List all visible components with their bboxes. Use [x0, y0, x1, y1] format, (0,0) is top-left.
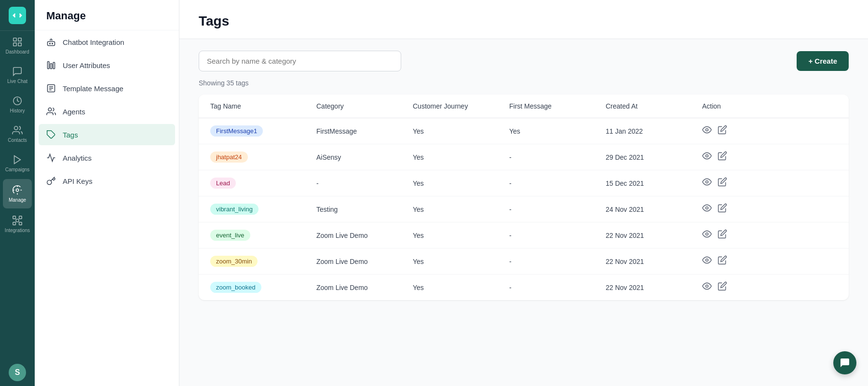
table-row: Lead - Yes - 15 Dec 2021	[199, 170, 849, 196]
view-icon[interactable]	[702, 151, 712, 163]
campaigns-label: Campaigns	[5, 167, 30, 172]
svg-rect-15	[48, 41, 55, 45]
table-row: vibrant_living Testing Yes - 24 Nov 2021	[199, 196, 849, 222]
table-row: FirstMessage1 FirstMessage Yes Yes 11 Ja…	[199, 118, 849, 144]
edit-icon[interactable]	[718, 125, 727, 137]
svg-rect-13	[13, 222, 15, 225]
col-tag-name: Tag Name	[210, 102, 316, 110]
page-header: Tags	[179, 0, 868, 39]
tag-badge: vibrant_living	[210, 204, 258, 215]
sidebar-item-campaigns[interactable]: Campaigns	[0, 149, 35, 178]
create-button[interactable]: + Create	[797, 51, 849, 71]
created-at-cell: 22 Nov 2021	[606, 258, 702, 265]
first-message-cell: -	[509, 179, 606, 187]
table-row: jhatpat24 AiSensy Yes - 29 Dec 2021	[199, 144, 849, 170]
tag-badge: zoom_booked	[210, 282, 261, 293]
action-cell	[702, 255, 760, 267]
first-message-cell: -	[509, 206, 606, 213]
user-attributes-label: User Attributes	[63, 61, 110, 69]
dashboard-label: Dashboard	[6, 49, 29, 55]
sidebar-item-template-message[interactable]: Template Message	[35, 77, 179, 100]
content-area: Tags + Create Showing 35 tags Tag Name C…	[179, 0, 868, 386]
action-icons	[702, 203, 760, 215]
sidebar-item-user-attributes[interactable]: User Attributes	[35, 54, 179, 77]
created-at-cell: 22 Nov 2021	[606, 284, 702, 291]
svg-rect-2	[14, 38, 16, 41]
sidebar-item-history[interactable]: History	[0, 90, 35, 119]
tags-label: Tags	[63, 131, 78, 139]
analytics-label: Analytics	[63, 154, 92, 162]
sidebar-item-analytics[interactable]: Analytics	[35, 146, 179, 169]
sidebar-item-agents[interactable]: Agents	[35, 100, 179, 123]
page-content: + Create Showing 35 tags Tag Name Catego…	[179, 39, 868, 386]
user-avatar[interactable]: S	[9, 364, 26, 381]
category-cell: Zoom Live Demo	[316, 258, 413, 265]
category-cell: -	[316, 179, 413, 187]
first-message-cell: Yes	[509, 127, 606, 135]
view-icon[interactable]	[702, 229, 712, 241]
svg-point-17	[52, 43, 53, 44]
col-first-message: First Message	[509, 102, 606, 110]
table-row: zoom_30min Zoom Live Demo Yes - 22 Nov 2…	[199, 248, 849, 275]
sidebar-item-api-keys[interactable]: API Keys	[35, 169, 179, 193]
svg-rect-14	[19, 222, 22, 225]
chat-support-button[interactable]	[833, 351, 856, 374]
integrations-label: Integrations	[5, 228, 30, 233]
category-cell: AiSensy	[316, 153, 413, 161]
view-icon[interactable]	[702, 255, 712, 267]
view-icon[interactable]	[702, 203, 712, 215]
action-icons	[702, 281, 760, 293]
icon-sidebar: Dashboard Live Chat History Contacts Cam…	[0, 0, 35, 386]
table-row: event_live Zoom Live Demo Yes - 22 Nov 2…	[199, 222, 849, 248]
category-cell: Testing	[316, 206, 413, 213]
customer-journey-cell: Yes	[413, 179, 509, 187]
edit-icon[interactable]	[718, 229, 727, 241]
edit-icon[interactable]	[718, 203, 727, 215]
tag-name-cell: FirstMessage1	[210, 125, 316, 137]
svg-rect-10	[13, 216, 15, 219]
toolbar: + Create	[199, 51, 849, 71]
svg-point-33	[706, 285, 708, 288]
sidebar-item-dashboard[interactable]: Dashboard	[0, 31, 35, 60]
history-label: History	[10, 108, 25, 113]
svg-point-30	[706, 207, 708, 209]
template-message-label: Template Message	[63, 84, 123, 93]
contacts-label: Contacts	[8, 138, 27, 143]
edit-icon[interactable]	[718, 255, 727, 267]
tag-badge: jhatpat24	[210, 152, 248, 163]
svg-rect-19	[50, 64, 52, 69]
view-icon[interactable]	[702, 177, 712, 189]
main-sidebar: Manage Chatbot Integration User Attribut…	[35, 0, 179, 386]
svg-point-31	[706, 233, 708, 235]
sidebar-item-integrations[interactable]: Integrations	[0, 209, 35, 239]
created-at-cell: 29 Dec 2021	[606, 153, 702, 161]
edit-icon[interactable]	[718, 281, 727, 293]
col-action: Action	[702, 102, 760, 110]
sidebar-item-contacts[interactable]: Contacts	[0, 119, 35, 149]
customer-journey-cell: Yes	[413, 206, 509, 213]
action-cell	[702, 177, 760, 189]
svg-rect-4	[14, 43, 16, 46]
tag-name-cell: zoom_booked	[210, 282, 316, 293]
category-cell: Zoom Live Demo	[316, 232, 413, 239]
customer-journey-cell: Yes	[413, 284, 509, 291]
svg-point-16	[50, 43, 51, 44]
view-icon[interactable]	[702, 125, 712, 137]
edit-icon[interactable]	[718, 177, 727, 189]
search-input[interactable]	[199, 51, 401, 71]
sidebar-item-livechat[interactable]: Live Chat	[0, 60, 35, 90]
view-icon[interactable]	[702, 281, 712, 293]
category-cell: FirstMessage	[316, 127, 413, 135]
first-message-cell: -	[509, 232, 606, 239]
created-at-cell: 15 Dec 2021	[606, 179, 702, 187]
customer-journey-cell: Yes	[413, 153, 509, 161]
sidebar-item-chatbot-integration[interactable]: Chatbot Integration	[35, 30, 179, 54]
manage-label: Manage	[9, 197, 26, 203]
table-row: zoom_booked Zoom Live Demo Yes - 22 Nov …	[199, 275, 849, 300]
edit-icon[interactable]	[718, 151, 727, 163]
sidebar-item-manage[interactable]: Manage	[3, 179, 32, 208]
agents-label: Agents	[63, 108, 85, 116]
sidebar-item-tags[interactable]: Tags	[39, 124, 175, 145]
manage-title: Manage	[35, 0, 179, 30]
svg-rect-3	[18, 38, 21, 41]
